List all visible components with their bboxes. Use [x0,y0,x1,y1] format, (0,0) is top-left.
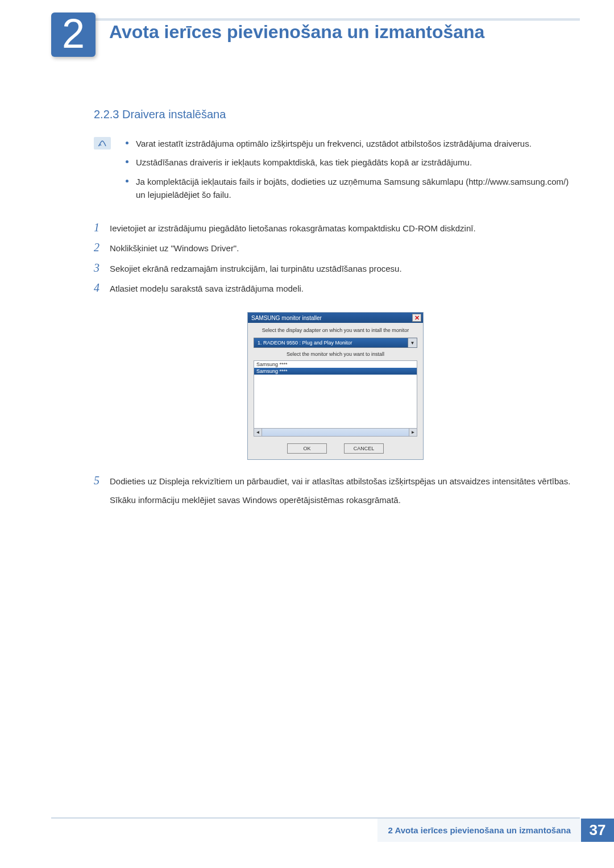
installer-buttons: OK CANCEL [254,443,417,454]
page-content: 2.2.3 Draivera instalēšana Varat iestatī… [94,108,577,507]
steps-list: 1 Ievietojiet ar izstrādājumu piegādāto … [94,221,577,507]
chapter-title: Avota ierīces pievienošana un izmantošan… [109,22,484,43]
step-extra: Sīkāku informāciju meklējiet savas Windo… [110,493,577,506]
step-number: 5 [94,474,110,488]
footer-label: 2 Avota ierīces pievienošana un izmantoš… [377,819,581,842]
step: 5 Dodieties uz Displeja rekvizītiem un p… [94,474,577,488]
horizontal-scrollbar[interactable]: ◄ ► [254,429,417,437]
installer-titlebar: SAMSUNG monitor installer ✕ [248,313,423,323]
list-item[interactable]: Samsung **** [254,368,417,375]
close-icon[interactable]: ✕ [412,314,421,322]
installer-message: Select the monitor which you want to ins… [254,351,417,357]
page-number: 37 [581,819,614,842]
subsection-title: 2.2.3 Draivera instalēšana [94,108,577,121]
installer-body: Select the display adapter on which you … [248,323,423,459]
step-number: 3 [94,261,110,275]
step: 3 Sekojiet ekrānā redzamajām instrukcijā… [94,261,577,275]
note-icon [94,137,111,149]
note-item: Varat iestatīt izstrādājuma optimālo izš… [122,137,577,150]
adapter-dropdown[interactable]: 1. RADEON 9550 : Plug and Play Monitor ▼ [254,338,417,348]
note-item: Uzstādīšanas draiveris ir iekļauts kompa… [122,156,577,169]
step-text: Noklikšķiniet uz "Windows Driver". [110,240,577,255]
scroll-track[interactable] [262,429,409,436]
step: 2 Noklikšķiniet uz "Windows Driver". [94,240,577,255]
installer-window: SAMSUNG monitor installer ✕ Select the d… [247,312,424,460]
note-block: Varat iestatīt izstrādājuma optimālo izš… [94,137,577,207]
step-text: Sekojiet ekrānā redzamajām instrukcijām,… [110,261,577,275]
list-item[interactable]: Samsung **** [254,361,417,368]
page-footer: 2 Avota ierīces pievienošana un izmantoš… [0,817,614,842]
cancel-button[interactable]: CANCEL [344,443,384,454]
step-number: 2 [94,240,110,255]
header-rule [51,18,580,20]
installer-title: SAMSUNG monitor installer [251,315,322,321]
step-text: Dodieties uz Displeja rekvizītiem un pār… [110,474,577,488]
footer-row: 2 Avota ierīces pievienošana un izmantoš… [0,819,614,842]
step-number: 4 [94,281,110,295]
step-text: Ievietojiet ar izstrādājumu piegādāto li… [110,221,577,235]
monitor-list[interactable]: Samsung **** Samsung **** [254,360,417,429]
step: 4 Atlasiet modeļu sarakstā sava izstrādā… [94,281,577,295]
chevron-down-icon: ▼ [408,338,417,347]
chapter-number: 2 [62,13,85,54]
installer-figure: SAMSUNG monitor installer ✕ Select the d… [247,312,424,460]
installer-message: Select the display adapter on which you … [254,327,417,333]
scroll-right-icon[interactable]: ► [409,429,417,436]
note-list: Varat iestatīt izstrādājuma optimālo izš… [122,137,577,207]
step: 1 Ievietojiet ar izstrādājumu piegādāto … [94,221,577,235]
ok-button[interactable]: OK [287,443,327,454]
adapter-selected: 1. RADEON 9550 : Plug and Play Monitor [258,340,352,346]
scroll-left-icon[interactable]: ◄ [254,429,262,436]
note-item: Ja komplektācijā iekļautais fails ir boj… [122,175,577,202]
step-text: Atlasiet modeļu sarakstā sava izstrādāju… [110,281,577,295]
chapter-badge: 2 [51,13,96,57]
step-number: 1 [94,221,110,235]
